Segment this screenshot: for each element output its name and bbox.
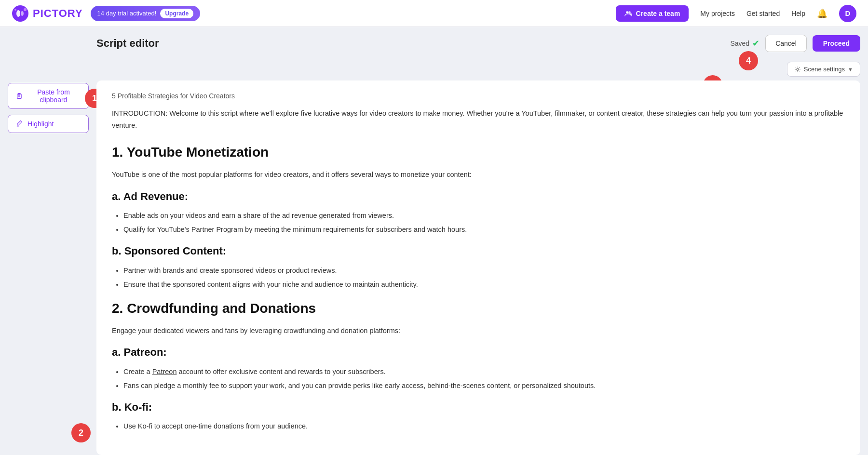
step-indicator-4: 4 bbox=[739, 51, 758, 70]
svg-point-13 bbox=[797, 68, 799, 70]
list-item: Use Ko-fi to accept one-time donations f… bbox=[123, 421, 844, 432]
list-kofi: Use Ko-fi to accept one-time donations f… bbox=[112, 421, 844, 432]
highlight-button[interactable]: Highlight bbox=[8, 115, 89, 133]
editor-scroll[interactable]: 5 Profitable Strategies for Video Creato… bbox=[96, 80, 860, 455]
svg-point-1 bbox=[16, 10, 20, 17]
editor-actions: Saved ✔ Cancel Proceed bbox=[730, 35, 860, 52]
cancel-button[interactable]: Cancel bbox=[765, 35, 807, 52]
heading-youtube-monetization: 1. YouTube Monetization bbox=[112, 141, 844, 164]
header-right: Create a team My projects Get started He… bbox=[616, 5, 856, 22]
upgrade-button[interactable]: Upgrade bbox=[160, 9, 193, 18]
script-intro: INTRODUCTION: Welcome to this script whe… bbox=[112, 107, 844, 131]
svg-point-7 bbox=[629, 13, 632, 15]
patreon-link: Patreon bbox=[152, 368, 177, 375]
svg-point-4 bbox=[14, 9, 16, 11]
script-body: INTRODUCTION: Welcome to this script whe… bbox=[112, 107, 844, 432]
editor-container: 5 Profitable Strategies for Video Creato… bbox=[96, 80, 860, 455]
svg-point-5 bbox=[626, 11, 628, 13]
scene-settings-label: Scene settings bbox=[804, 66, 845, 73]
trial-badge: 14 day trial activated! Upgrade bbox=[91, 6, 201, 21]
scene-settings-button[interactable]: Scene settings ▼ bbox=[787, 62, 860, 77]
logo-icon bbox=[12, 5, 29, 22]
para-youtube: YouTube is one of the most popular platf… bbox=[112, 169, 844, 181]
list-ad-revenue: Enable ads on your videos and earn a sha… bbox=[112, 210, 844, 235]
list-patreon: Create a Patreon account to offer exclus… bbox=[112, 366, 844, 391]
chevron-down-icon: ▼ bbox=[848, 67, 853, 72]
highlight-label: Highlight bbox=[27, 120, 54, 128]
app-header: PICTORY 14 day trial activated! Upgrade … bbox=[0, 0, 868, 27]
list-sponsored: Partner with brands and create sponsored… bbox=[112, 265, 844, 290]
list-item: Create a Patreon account to offer exclus… bbox=[123, 366, 844, 377]
sidebar: Paste from clipboard Highlight bbox=[0, 27, 96, 455]
logo[interactable]: PICTORY bbox=[12, 5, 83, 22]
heading-crowdfunding: 2. Crowdfunding and Donations bbox=[112, 297, 844, 320]
heading-patreon: a. Patreon: bbox=[112, 343, 844, 361]
team-icon bbox=[624, 10, 632, 17]
heading-sponsored-content: b. Sponsored Content: bbox=[112, 242, 844, 260]
avatar[interactable]: D bbox=[839, 5, 856, 22]
proceed-button[interactable]: Proceed bbox=[813, 35, 860, 52]
list-item: Fans can pledge a monthly fee to support… bbox=[123, 380, 844, 391]
page-body: 1 2 3 4 Paste from clipboard Highlight bbox=[0, 27, 868, 455]
clipboard-icon bbox=[16, 92, 23, 100]
logo-text: PICTORY bbox=[33, 7, 83, 20]
nav-my-projects[interactable]: My projects bbox=[700, 10, 735, 17]
nav-help[interactable]: Help bbox=[791, 10, 805, 17]
step-4-circle: 4 bbox=[739, 51, 758, 70]
list-item: Qualify for YouTube's Partner Program by… bbox=[123, 224, 844, 235]
saved-check-icon: ✔ bbox=[752, 38, 760, 49]
nav-get-started[interactable]: Get started bbox=[746, 10, 780, 17]
svg-point-2 bbox=[21, 11, 24, 16]
saved-label: Saved bbox=[730, 40, 749, 47]
svg-point-3 bbox=[24, 8, 27, 11]
header-left: PICTORY 14 day trial activated! Upgrade bbox=[12, 5, 200, 22]
create-team-label: Create a team bbox=[636, 10, 680, 17]
main-content: Script editor Saved ✔ Cancel Proceed Sce… bbox=[96, 27, 868, 455]
script-filename: 5 Profitable Strategies for Video Creato… bbox=[112, 92, 844, 100]
saved-status: Saved ✔ bbox=[730, 38, 760, 49]
svg-point-6 bbox=[628, 11, 631, 13]
list-item: Ensure that the sponsored content aligns… bbox=[123, 279, 844, 290]
step-indicator-2: 2 bbox=[71, 423, 91, 442]
page-title: Script editor bbox=[96, 37, 159, 50]
editor-wrapper: 5 Profitable Strategies for Video Creato… bbox=[96, 80, 860, 455]
list-item: Enable ads on your videos and earn a sha… bbox=[123, 210, 844, 221]
gear-icon bbox=[794, 66, 801, 73]
step-2-circle: 2 bbox=[71, 423, 91, 442]
para-crowdfunding: Engage your dedicated viewers and fans b… bbox=[112, 325, 844, 337]
list-item: Partner with brands and create sponsored… bbox=[123, 265, 844, 276]
create-team-button[interactable]: Create a team bbox=[616, 5, 689, 22]
highlight-icon bbox=[16, 120, 24, 128]
paste-from-clipboard-button[interactable]: Paste from clipboard bbox=[8, 83, 89, 109]
trial-text: 14 day trial activated! bbox=[97, 10, 157, 17]
paste-label: Paste from clipboard bbox=[27, 88, 81, 104]
notification-icon[interactable]: 🔔 bbox=[817, 8, 827, 19]
heading-kofi: b. Ko-fi: bbox=[112, 398, 844, 416]
heading-ad-revenue: a. Ad Revenue: bbox=[112, 187, 844, 205]
